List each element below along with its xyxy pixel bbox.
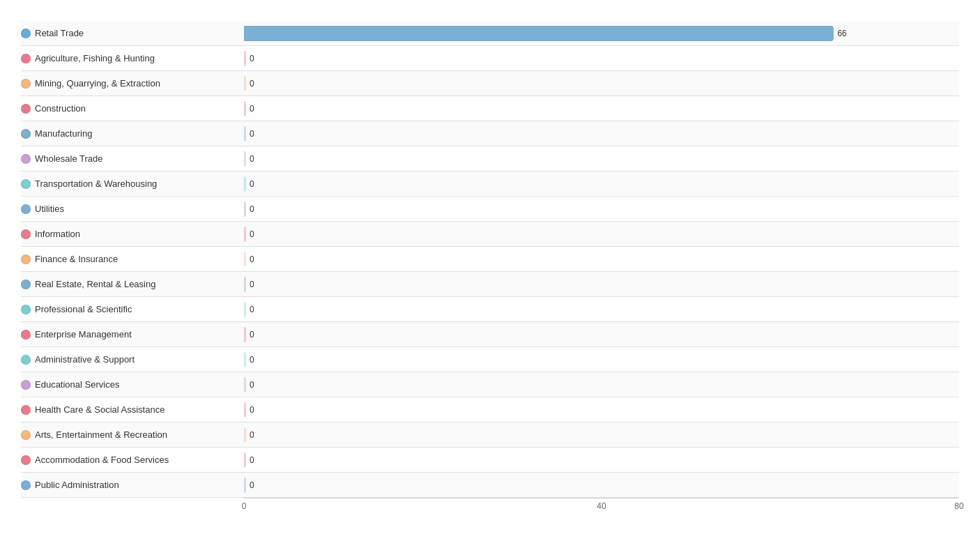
- label-area: Agriculture, Fishing & Hunting: [21, 53, 244, 63]
- color-dot: [21, 355, 31, 365]
- bar-row: Manufacturing0: [21, 121, 959, 146]
- bar-value-label: 0: [250, 430, 254, 440]
- label-area: Real Estate, Rental & Leasing: [21, 279, 244, 289]
- bar-label: Manufacturing: [35, 128, 92, 139]
- bar-label: Wholesale Trade: [35, 153, 103, 164]
- bar-label: Public Administration: [35, 480, 119, 490]
- bar-fill: [244, 327, 246, 342]
- bar-value-label: 0: [250, 305, 254, 314]
- bar-fill: [244, 51, 246, 66]
- label-area: Educational Services: [21, 379, 244, 390]
- bar-label: Utilities: [35, 204, 64, 214]
- bar-label: Information: [35, 229, 80, 239]
- bar-fill: [244, 176, 246, 192]
- color-dot: [21, 129, 31, 139]
- bar-value-label: 0: [250, 54, 254, 63]
- bar-label: Enterprise Management: [35, 329, 132, 340]
- bar-fill: [244, 252, 246, 267]
- bar-label: Real Estate, Rental & Leasing: [35, 279, 155, 289]
- label-area: Mining, Quarrying, & Extraction: [21, 78, 244, 89]
- bar-label: Accommodation & Food Services: [35, 455, 169, 465]
- color-dot: [21, 54, 31, 63]
- bar-value-label: 0: [250, 79, 254, 89]
- bar-row: Finance & Insurance0: [21, 247, 959, 272]
- bar-value-label: 0: [250, 129, 254, 139]
- label-area: Arts, Entertainment & Recreation: [21, 429, 244, 440]
- color-dot: [21, 305, 31, 314]
- bar-fill: [244, 201, 246, 217]
- bar-row: Professional & Scientific0: [21, 297, 959, 322]
- bar-area: 0: [244, 51, 959, 66]
- color-dot: [21, 254, 31, 264]
- bar-fill: [244, 126, 246, 142]
- label-area: Public Administration: [21, 480, 244, 490]
- bar-value-label: 66: [837, 29, 846, 38]
- x-tick-label: 40: [597, 501, 606, 511]
- bar-fill: [244, 26, 834, 41]
- color-dot: [21, 380, 31, 390]
- color-dot: [21, 204, 31, 214]
- bar-area: 0: [244, 352, 959, 367]
- label-area: Health Care & Social Assistance: [21, 404, 244, 415]
- bar-area: 0: [244, 277, 959, 292]
- bar-value-label: 0: [250, 380, 254, 390]
- bar-area: 0: [244, 302, 959, 317]
- bar-label: Agriculture, Fishing & Hunting: [35, 53, 155, 63]
- label-area: Professional & Scientific: [21, 304, 244, 314]
- bar-value-label: 0: [250, 480, 254, 490]
- bar-fill: [244, 151, 246, 167]
- bar-label: Arts, Entertainment & Recreation: [35, 429, 167, 440]
- bar-fill: [244, 427, 246, 443]
- x-tick-label: 0: [242, 501, 247, 511]
- label-area: Enterprise Management: [21, 329, 244, 340]
- color-dot: [21, 330, 31, 340]
- label-area: Transportation & Warehousing: [21, 178, 244, 189]
- bar-fill: [244, 478, 246, 493]
- bar-area: 0: [244, 377, 959, 393]
- bar-area: 0: [244, 402, 959, 418]
- bar-row: Construction0: [21, 96, 959, 121]
- bar-value-label: 0: [250, 355, 254, 365]
- x-axis: 04080: [244, 498, 959, 515]
- chart-container: Retail Trade66Agriculture, Fishing & Hun…: [21, 21, 959, 515]
- color-dot: [21, 405, 31, 415]
- bar-area: 0: [244, 176, 959, 192]
- bar-label: Finance & Insurance: [35, 254, 118, 264]
- bar-area: 0: [244, 252, 959, 267]
- bar-area: 0: [244, 101, 959, 116]
- bar-area: 0: [244, 327, 959, 342]
- bar-area: 0: [244, 201, 959, 217]
- bar-label: Educational Services: [35, 379, 119, 390]
- bar-fill: [244, 277, 246, 292]
- bar-value-label: 0: [250, 154, 254, 164]
- bar-value-label: 0: [250, 405, 254, 415]
- bar-label: Mining, Quarrying, & Extraction: [35, 78, 160, 89]
- color-dot: [21, 179, 31, 189]
- chart-inner: Retail Trade66Agriculture, Fishing & Hun…: [21, 21, 959, 498]
- bar-row: Wholesale Trade0: [21, 146, 959, 172]
- bar-fill: [244, 101, 246, 116]
- bar-row: Accommodation & Food Services0: [21, 448, 959, 473]
- label-area: Utilities: [21, 204, 244, 214]
- bar-row: Retail Trade66: [21, 21, 959, 46]
- bar-value-label: 0: [250, 179, 254, 189]
- bar-fill: [244, 76, 246, 91]
- bar-value-label: 0: [250, 280, 254, 289]
- label-area: Finance & Insurance: [21, 254, 244, 264]
- label-area: Accommodation & Food Services: [21, 455, 244, 465]
- color-dot: [21, 455, 31, 465]
- bar-row: Arts, Entertainment & Recreation0: [21, 422, 959, 448]
- bar-area: 0: [244, 76, 959, 91]
- label-area: Administrative & Support: [21, 354, 244, 365]
- bar-area: 0: [244, 227, 959, 242]
- bar-row: Educational Services0: [21, 372, 959, 397]
- bar-label: Health Care & Social Assistance: [35, 404, 164, 415]
- bar-fill: [244, 227, 246, 242]
- bar-row: Real Estate, Rental & Leasing0: [21, 272, 959, 297]
- bar-fill: [244, 452, 246, 468]
- bar-area: 66: [244, 26, 959, 41]
- bar-row: Mining, Quarrying, & Extraction0: [21, 71, 959, 96]
- x-tick-label: 80: [954, 501, 963, 511]
- bar-area: 0: [244, 151, 959, 167]
- bar-row: Enterprise Management0: [21, 322, 959, 347]
